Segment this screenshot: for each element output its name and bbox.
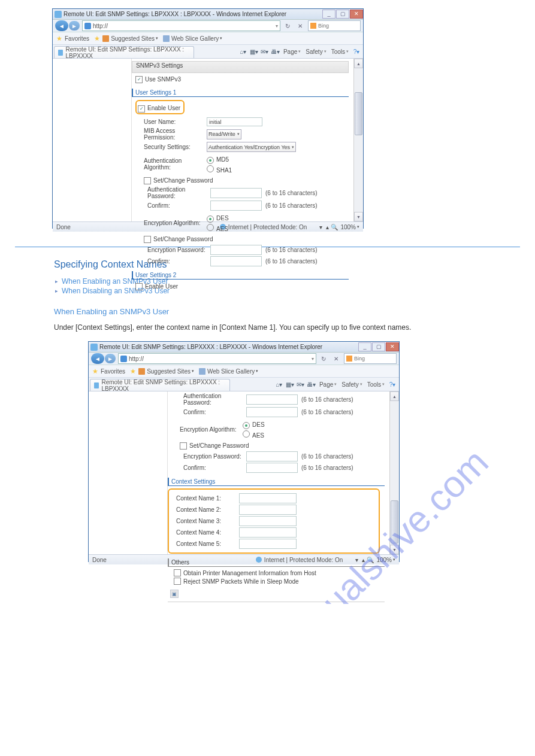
feeds-icon[interactable]: ▦▾ (250, 48, 258, 55)
enc-pwd-hint: (6 to 16 characters) (265, 247, 318, 253)
auth-password-input[interactable] (246, 394, 298, 405)
feeds-icon[interactable]: ▦▾ (286, 381, 294, 388)
close-button[interactable]: ✕ (350, 10, 363, 19)
web-slice-link[interactable]: Web Slice Gallery▾ (163, 35, 222, 42)
settings-panel: SNMPv3 Settings Use SNMPv3 User Settings… (132, 59, 353, 221)
enable-user-checkbox[interactable] (138, 105, 145, 113)
md5-radio[interactable] (207, 157, 214, 164)
home-icon[interactable]: ⌂▾ (276, 381, 283, 388)
page-menu[interactable]: Page▾ (319, 381, 337, 388)
tab-row: Remote UI: Edit SNMP Settings: LBPXXXX :… (89, 378, 399, 391)
print-icon[interactable]: 🖶▾ (308, 381, 315, 388)
context-name-1-input[interactable] (239, 493, 297, 503)
minimize-button[interactable]: _ (358, 342, 371, 351)
chevron-right-icon: ▸ (55, 278, 58, 284)
context-name-2-input[interactable] (239, 505, 297, 515)
setchange-enc-pwd-label: Set/Change Password (189, 442, 249, 449)
tools-menu[interactable]: Tools▾ (331, 48, 349, 55)
enc-password-label: Encryption Password: (183, 453, 246, 460)
auth-confirm-hint: (6 to 16 characters) (301, 409, 353, 415)
scroll-down-button[interactable]: ▼ (354, 212, 363, 221)
search-input[interactable]: Bing (308, 20, 361, 31)
stop-button[interactable]: ✕ (294, 20, 306, 31)
suggested-sites-link[interactable]: ★Suggested Sites▾ (130, 368, 194, 375)
scroll-top-button[interactable]: ▣ (170, 590, 179, 598)
scroll-up-button[interactable]: ▲ (354, 59, 363, 68)
des-radio[interactable] (207, 215, 214, 223)
maximize-button[interactable]: ▢ (336, 10, 349, 19)
search-input[interactable]: Bing (344, 353, 397, 364)
forward-button[interactable]: ► (105, 354, 116, 363)
des-radio[interactable] (243, 422, 250, 429)
stop-button[interactable]: ✕ (330, 353, 341, 364)
favorites-bar: ★ Favorites ★Suggested Sites▾ Web Slice … (89, 365, 399, 378)
context-name-4-input[interactable] (239, 527, 297, 538)
vertical-scrollbar[interactable]: ▲ ▼ (389, 391, 399, 554)
favorites-star-icon[interactable]: ★ (92, 368, 98, 375)
refresh-button[interactable]: ↻ (282, 20, 293, 31)
print-icon[interactable]: 🖶▾ (272, 48, 279, 55)
setchange-auth-pwd-checkbox[interactable] (144, 177, 151, 184)
security-settings-select[interactable]: Authentication Yes/Encryption Yes▾ (207, 142, 296, 152)
web-slice-link[interactable]: Web Slice Gallery▾ (199, 368, 258, 375)
help-icon[interactable]: ?▾ (353, 48, 360, 55)
vertical-scrollbar[interactable]: ▲ ▼ (353, 59, 363, 221)
enable-user-2-checkbox[interactable] (135, 283, 143, 290)
address-input[interactable]: http://▾ (118, 353, 316, 364)
context-highlight: Context Name 1: Context Name 2: Context … (168, 488, 380, 554)
close-button[interactable]: ✕ (386, 342, 399, 351)
maximize-button[interactable]: ▢ (372, 342, 385, 351)
user-settings-1-header: User Settings 1 (132, 89, 349, 97)
back-button[interactable]: ◄ (91, 353, 104, 364)
aes-radio[interactable] (207, 224, 214, 231)
status-done: Done (56, 224, 71, 230)
browser-tab[interactable]: Remote UI: Edit SNMP Settings: LBPXXXX :… (90, 379, 230, 391)
aes-radio[interactable] (243, 430, 250, 438)
safety-menu[interactable]: Safety▾ (341, 381, 362, 388)
context-name-5-input[interactable] (239, 539, 297, 549)
auth-pwd-hint: (6 to 16 characters) (301, 396, 353, 403)
tools-menu[interactable]: Tools▾ (367, 381, 385, 388)
page-menu[interactable]: Page▾ (283, 48, 301, 55)
mail-icon[interactable]: ✉▾ (297, 381, 304, 388)
setchange-enc-pwd-checkbox[interactable] (180, 442, 187, 450)
enc-confirm-input[interactable] (246, 463, 298, 473)
forward-button[interactable]: ► (69, 21, 80, 31)
scroll-thumb[interactable] (355, 92, 362, 135)
screenshot-context-settings: Remote UI: Edit SNMP Settings: LBPXXXX :… (88, 341, 400, 562)
auth-confirm-input[interactable] (246, 407, 298, 417)
enc-password-input[interactable] (246, 451, 298, 462)
enable-user-label: Enable User (147, 105, 180, 111)
back-button[interactable]: ◄ (55, 20, 68, 31)
enc-password-input[interactable] (210, 245, 262, 255)
reject-snmp-checkbox[interactable] (174, 578, 181, 585)
minimize-button[interactable]: _ (322, 10, 335, 19)
scroll-thumb[interactable] (391, 500, 398, 544)
context-name-3-input[interactable] (239, 516, 297, 526)
scroll-down-button[interactable]: ▼ (390, 545, 399, 554)
context-intro-text: Under [Context Settings], enter the cont… (54, 322, 499, 333)
sha1-radio[interactable] (207, 165, 214, 172)
auth-password-input[interactable] (210, 188, 262, 198)
refresh-button[interactable]: ↻ (318, 353, 329, 364)
favorites-star-icon[interactable]: ★ (56, 35, 62, 42)
aes-label: AES (216, 226, 228, 232)
use-snmpv3-checkbox[interactable] (135, 76, 143, 83)
user-name-input[interactable] (207, 117, 262, 126)
safety-menu[interactable]: Safety▾ (306, 48, 326, 55)
mail-icon[interactable]: ✉▾ (261, 48, 268, 55)
help-icon[interactable]: ?▾ (389, 381, 396, 388)
suggested-sites-link[interactable]: ★Suggested Sites▾ (94, 35, 158, 42)
home-icon[interactable]: ⌂▾ (240, 48, 247, 55)
enc-confirm-input[interactable] (210, 256, 262, 266)
window-title: Remote UI: Edit SNMP Settings: LBPXXXX :… (99, 344, 322, 350)
favorites-label: Favorites (65, 35, 89, 42)
ie-page-icon (84, 23, 91, 29)
browser-tab[interactable]: Remote UI: Edit SNMP Settings: LBPXXXX :… (54, 46, 194, 58)
mib-permission-select[interactable]: Read/Write▾ (207, 129, 241, 139)
obtain-info-checkbox[interactable] (174, 569, 181, 576)
scroll-up-button[interactable]: ▲ (390, 391, 399, 401)
setchange-enc-pwd-checkbox[interactable] (144, 236, 151, 243)
auth-confirm-input[interactable] (210, 201, 262, 211)
address-input[interactable]: http://▾ (82, 20, 280, 31)
